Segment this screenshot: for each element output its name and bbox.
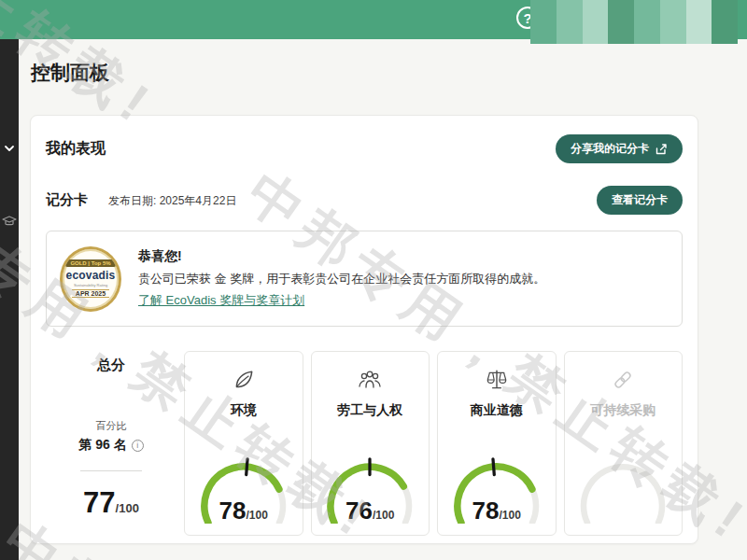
medal-program-link[interactable]: 了解 EcoVadis 奖牌与奖章计划 bbox=[138, 292, 304, 309]
category-name: 商业道德 bbox=[471, 402, 523, 419]
page-title: 控制面板 bbox=[31, 60, 109, 86]
category-score: 78 bbox=[472, 497, 500, 525]
overall-score-column: 总分 百分比 第 96 名 i 77 /100 bbox=[46, 351, 176, 536]
congratulations-banner: GOLD | Top 5% ecovadis Sustainability Ra… bbox=[46, 231, 683, 327]
published-date: 发布日期: 2025年4月22日 bbox=[108, 193, 236, 209]
scales-icon bbox=[485, 367, 509, 393]
my-performance-card: 我的表现 分享我的记分卡 记分卡 发布日期: 2025年4月22日 查看记分卡 … bbox=[30, 115, 698, 544]
leaf-icon bbox=[232, 367, 256, 393]
environment-gauge: 78 /100 bbox=[191, 454, 296, 524]
ecovadis-gold-medal-badge: GOLD | Top 5% ecovadis Sustainability Ra… bbox=[60, 246, 121, 312]
overall-score-max: /100 bbox=[116, 501, 139, 515]
redacted-user-info-block bbox=[530, 0, 738, 44]
ethics-gauge: 78 /100 bbox=[444, 454, 549, 524]
ecovadis-logo: ecovadis bbox=[66, 269, 116, 282]
procurement-gauge bbox=[571, 454, 675, 524]
category-card-business-ethics: 商业道德 78 /100 bbox=[437, 351, 557, 536]
category-card-sustainable-procurement: 可持续采购 bbox=[564, 351, 684, 536]
medal-tier-label: GOLD | Top 5% bbox=[65, 259, 115, 267]
left-sidebar bbox=[0, 39, 19, 560]
performance-section-title: 我的表现 bbox=[46, 139, 106, 159]
percentile-value: 第 96 名 bbox=[78, 437, 126, 454]
graduation-cap-icon[interactable] bbox=[2, 215, 17, 228]
category-score: 78 bbox=[219, 497, 247, 525]
category-score-max: /100 bbox=[247, 509, 268, 522]
info-icon[interactable]: i bbox=[132, 440, 144, 452]
congrats-body-text: 贵公司已荣获 金 奖牌，用于表彰贵公司在企业社会责任方面所取得的成就。 bbox=[138, 271, 545, 287]
medal-subtitle: Sustainability Rating bbox=[74, 283, 107, 287]
congrats-title: 恭喜您! bbox=[138, 248, 545, 265]
percentile-label: 百分比 bbox=[96, 419, 127, 433]
view-scorecard-label: 查看记分卡 bbox=[612, 192, 668, 208]
share-scorecard-label: 分享我的记分卡 bbox=[571, 141, 649, 157]
chevron-down-icon[interactable] bbox=[3, 142, 16, 155]
category-name: 环境 bbox=[231, 402, 257, 419]
category-name: 可持续采购 bbox=[590, 402, 655, 419]
share-icon bbox=[655, 143, 668, 156]
divider bbox=[80, 470, 142, 471]
overall-score-value: 77 bbox=[83, 486, 115, 520]
labor-gauge: 76 /100 bbox=[317, 454, 422, 524]
share-scorecard-button[interactable]: 分享我的记分卡 bbox=[556, 134, 683, 163]
view-scorecard-button[interactable]: 查看记分卡 bbox=[597, 186, 683, 215]
people-icon bbox=[357, 367, 383, 393]
category-card-labor-human-rights: 劳工与人权 76 /100 bbox=[311, 351, 430, 536]
overall-score-label: 总分 bbox=[97, 357, 125, 374]
category-score-max: /100 bbox=[373, 509, 394, 522]
category-score-max: /100 bbox=[500, 509, 521, 522]
category-name: 劳工与人权 bbox=[337, 402, 402, 419]
medal-date: APR 2025 bbox=[72, 289, 109, 298]
scorecard-section-title: 记分卡 bbox=[46, 191, 88, 209]
link-icon bbox=[611, 367, 635, 393]
category-card-environment: 环境 78 /100 bbox=[184, 351, 303, 536]
category-score: 76 bbox=[345, 497, 373, 525]
